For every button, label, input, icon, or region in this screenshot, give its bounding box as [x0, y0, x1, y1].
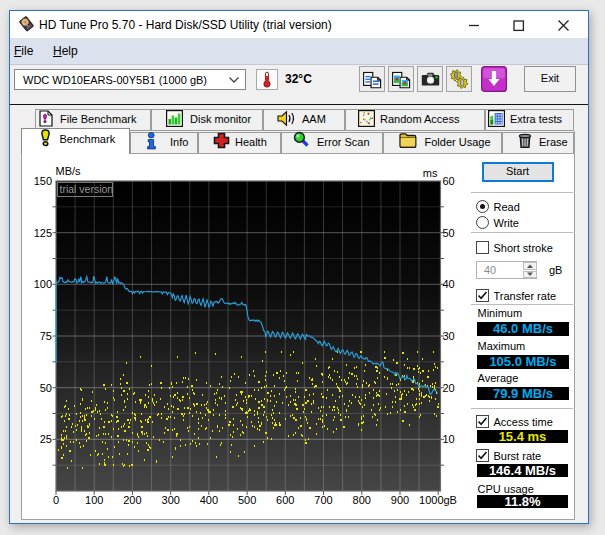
svg-text:200: 200: [123, 494, 141, 506]
svg-text:400: 400: [200, 494, 218, 506]
svg-text:125: 125: [34, 227, 52, 239]
svg-text:MB/s: MB/s: [56, 165, 82, 177]
svg-text:30: 30: [443, 330, 455, 342]
svg-text:trial version: trial version: [60, 183, 114, 195]
svg-text:10: 10: [443, 433, 455, 445]
svg-text:1000gB: 1000gB: [419, 494, 457, 506]
svg-text:20: 20: [443, 382, 455, 394]
svg-text:500: 500: [238, 494, 256, 506]
svg-text:ms: ms: [423, 167, 438, 179]
svg-text:50: 50: [40, 382, 52, 394]
svg-text:100: 100: [85, 494, 103, 506]
svg-text:150: 150: [34, 175, 52, 187]
svg-text:40: 40: [443, 278, 455, 290]
svg-text:700: 700: [314, 494, 332, 506]
svg-text:50: 50: [443, 227, 455, 239]
svg-text:60: 60: [443, 175, 455, 187]
svg-text:75: 75: [40, 330, 52, 342]
svg-text:600: 600: [276, 494, 294, 506]
svg-text:25: 25: [40, 433, 52, 445]
svg-text:100: 100: [34, 278, 52, 290]
svg-text:900: 900: [391, 494, 409, 506]
svg-text:0: 0: [53, 494, 59, 506]
svg-text:800: 800: [353, 494, 371, 506]
svg-text:300: 300: [162, 494, 180, 506]
